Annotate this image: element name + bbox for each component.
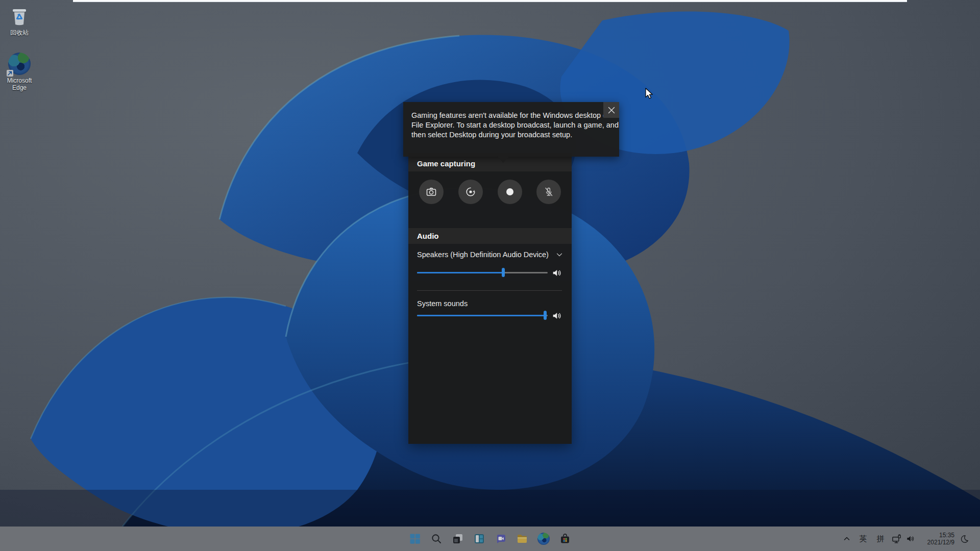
widgets-button[interactable] [469, 528, 490, 550]
tray-date: 2021/12/9 [927, 539, 954, 546]
system-sounds-volume-slider[interactable] [417, 311, 548, 320]
ime-mode-indicator[interactable]: 英 [854, 529, 872, 549]
system-tray: 英 拼 15:35 2021/12/9 [839, 527, 973, 551]
hidden-icons-button[interactable] [839, 529, 854, 549]
slider-thumb[interactable] [502, 268, 505, 277]
tooltip-text-line: Gaming features aren't available for the… [411, 111, 598, 120]
edge-icon [537, 533, 550, 545]
record-dot-icon [504, 186, 516, 198]
slider-fill [417, 272, 503, 273]
store-button[interactable] [554, 528, 576, 550]
mic-muted-icon [543, 186, 555, 198]
record-last-30s-button[interactable] [458, 180, 483, 204]
task-view-button[interactable] [447, 528, 469, 550]
chat-icon [495, 533, 507, 545]
system-sounds-label: System sounds [417, 299, 468, 308]
microsoft-edge-shortcut[interactable]: Microsoft Edge [0, 52, 39, 91]
start-recording-button[interactable] [498, 180, 522, 204]
screenshot-button[interactable] [419, 180, 444, 204]
audio-header: Audio [408, 228, 572, 244]
start-button[interactable] [404, 528, 426, 550]
widgets-icon [473, 533, 485, 545]
game-capturing-title: Game capturing [417, 159, 475, 168]
focus-assist-button[interactable] [955, 529, 973, 549]
slider-fill [417, 315, 545, 316]
moon-icon [960, 535, 969, 543]
tooltip-text-line: File Explorer. To start a desktop broadc… [411, 120, 598, 130]
speakers-volume-slider[interactable] [417, 268, 548, 277]
clock[interactable]: 15:35 2021/12/9 [918, 529, 955, 549]
chat-button[interactable] [490, 528, 511, 550]
desktop-screen: 回收站 Microsoft Edge Game capturing [0, 0, 980, 551]
recycle-bin[interactable]: 回收站 [0, 4, 39, 36]
divider [417, 290, 562, 291]
search-button[interactable] [426, 528, 447, 550]
audio-title: Audio [417, 232, 439, 240]
edge-button[interactable] [533, 528, 554, 550]
record-last-icon [464, 186, 477, 198]
taskbar: 英 拼 15:35 2021/12/9 [0, 527, 980, 551]
speaker-icon [905, 534, 916, 544]
slider-thumb[interactable] [544, 311, 547, 320]
gaming-features-tooltip: Gaming features aren't available for the… [403, 102, 619, 157]
edge-shortcut-label: Microsoft Edge [0, 77, 39, 91]
gamebar-capture-widget: Game capturing [408, 153, 572, 444]
task-view-icon [452, 533, 464, 545]
close-icon [608, 107, 615, 114]
speaker-icon [551, 310, 562, 321]
tooltip-close-button[interactable] [603, 102, 619, 118]
tooltip-pointer [497, 156, 509, 163]
shortcut-arrow-icon [7, 70, 13, 77]
search-icon [430, 533, 443, 545]
store-icon [559, 533, 571, 545]
taskbar-center-icons [0, 527, 980, 551]
file-explorer-button[interactable] [511, 528, 533, 550]
ime-layout-indicator[interactable]: 拼 [872, 529, 889, 549]
chevron-up-icon [843, 535, 850, 542]
start-icon [409, 533, 421, 545]
tooltip-text-line: then select Desktop during your broadcas… [411, 130, 598, 140]
microphone-muted-button[interactable] [536, 180, 561, 204]
network-icon [891, 534, 902, 544]
tray-time: 15:35 [939, 532, 954, 539]
recycle-bin-icon [8, 4, 31, 28]
speakers-device-label: Speakers (High Definition Audio Device) [417, 251, 549, 259]
network-volume-button[interactable] [889, 529, 918, 549]
file-explorer-icon [516, 533, 528, 545]
speaker-icon [551, 267, 562, 279]
recycle-bin-label: 回收站 [10, 29, 29, 36]
game-capturing-header: Game capturing [408, 156, 572, 171]
camera-icon [425, 186, 437, 198]
offscreen-window-edge [73, 0, 907, 2]
chevron-down-icon [555, 250, 564, 259]
speakers-device-dropdown[interactable]: Speakers (High Definition Audio Device) [417, 249, 564, 260]
edge-logo-icon [8, 52, 31, 76]
